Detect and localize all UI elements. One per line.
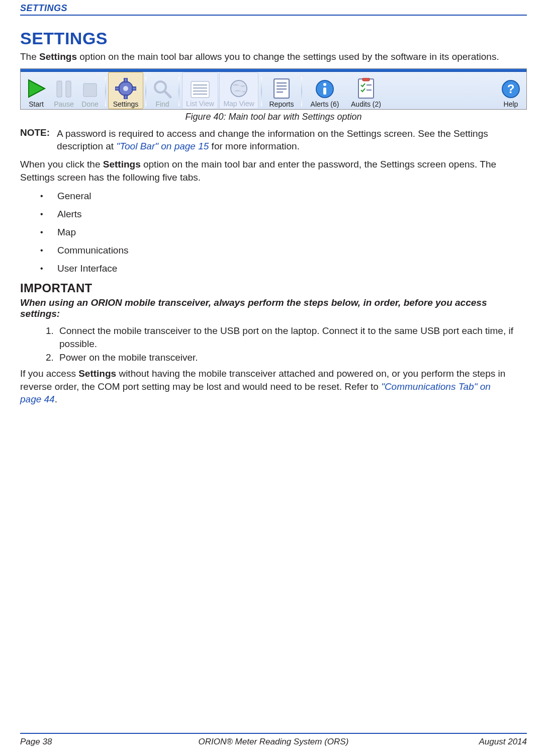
toolbar-separator (145, 77, 146, 106)
audits-button[interactable]: Audits (2) (345, 72, 387, 109)
list-icon (190, 80, 210, 99)
intro-paragraph: The Settings option on the main tool bar… (20, 50, 527, 63)
svg-rect-3 (83, 83, 97, 97)
list-item: Alerts (40, 209, 527, 220)
main-toolbar: Start Pause Done (21, 72, 526, 109)
svg-point-5 (123, 86, 128, 91)
svg-line-11 (164, 91, 170, 97)
help-button[interactable]: ? Help (496, 72, 525, 109)
play-icon (26, 78, 47, 99)
toolbar-page-link[interactable]: "Tool Bar" on page 15 (116, 141, 209, 151)
stop-icon (81, 81, 99, 99)
done-label: Done (81, 100, 98, 108)
svg-rect-1 (57, 81, 62, 97)
svg-point-24 (323, 83, 326, 86)
list-item: Power on the mobile transceiver. (56, 351, 527, 364)
svg-rect-7 (124, 95, 127, 99)
list-item: Map (40, 227, 527, 238)
toolbar-separator (105, 77, 106, 106)
intro-text-pre: The (20, 51, 39, 62)
map-view-label: Map View (223, 100, 254, 108)
after-note-bold: Settings (103, 159, 141, 170)
svg-rect-8 (115, 87, 119, 90)
footer-rule (20, 733, 527, 734)
alerts-label: Alerts (6) (311, 100, 339, 108)
toolbar-screenshot: Start Pause Done (20, 68, 527, 110)
tail-post: . (55, 394, 57, 404)
settings-button[interactable]: Settings (108, 72, 143, 109)
footer-page-number: Page 38 (20, 737, 189, 747)
svg-rect-12 (191, 81, 209, 98)
start-button[interactable]: Start (22, 72, 51, 109)
note-body: A password is required to access and cha… (57, 127, 527, 153)
find-label: Find (155, 100, 169, 108)
alerts-button[interactable]: Alerts (6) (304, 72, 345, 109)
settings-label: Settings (113, 100, 139, 108)
figure-caption: Figure 40: Main tool bar with Settings o… (20, 112, 527, 122)
find-button[interactable]: Find (148, 72, 176, 109)
intro-bold: Settings (39, 51, 77, 62)
list-view-tab[interactable]: List View (182, 72, 218, 109)
note-label: NOTE: (20, 127, 50, 153)
svg-rect-27 (362, 78, 370, 81)
running-header: SETTINGS (20, 0, 527, 14)
list-view-label: List View (186, 100, 214, 108)
steps-list: Connect the mobile transceiver to the US… (20, 324, 527, 364)
done-button[interactable]: Done (77, 72, 103, 109)
info-icon (315, 79, 335, 99)
page-footer: Page 38 ORION® Meter Reading System (ORS… (20, 733, 527, 747)
important-tail: If you access Settings without having th… (20, 367, 527, 406)
toolbar-separator (261, 77, 262, 106)
svg-text:?: ? (507, 82, 515, 96)
important-heading: IMPORTANT (20, 281, 527, 295)
after-note-pre: When you click the (20, 159, 103, 170)
list-item: Communications (40, 245, 527, 256)
note-text-post: for more information. (209, 141, 300, 151)
tail-bold: Settings (78, 368, 116, 379)
reports-label: Reports (269, 100, 294, 108)
important-lead: When using an ORION mobile transceiver, … (20, 297, 527, 319)
pause-label: Pause (54, 100, 74, 108)
pause-icon (55, 79, 73, 99)
help-label: Help (504, 100, 518, 108)
audits-label: Audits (2) (351, 100, 381, 108)
list-item: User Interface (40, 263, 527, 274)
intro-text-post: option on the main tool bar allows you t… (77, 51, 499, 62)
svg-rect-2 (66, 81, 71, 97)
svg-marker-0 (29, 80, 45, 97)
after-note-paragraph: When you click the Settings option on th… (20, 158, 527, 184)
checklist-icon (356, 78, 376, 99)
reports-button[interactable]: Reports (264, 72, 299, 109)
pause-button[interactable]: Pause (51, 72, 77, 109)
footer-date: August 2014 (358, 737, 527, 747)
svg-point-17 (231, 80, 247, 97)
report-icon (272, 78, 291, 99)
svg-rect-26 (358, 79, 374, 98)
toolbar-separator (178, 77, 179, 106)
list-item: Connect the mobile transceiver to the US… (56, 324, 527, 350)
gear-icon (115, 78, 136, 99)
globe-icon (229, 78, 249, 99)
search-icon (152, 79, 172, 99)
list-item: General (40, 191, 527, 202)
header-rule (20, 15, 527, 16)
footer-center-text: ORION® Meter Reading System (ORS) (189, 737, 358, 747)
toolbar-separator (301, 77, 302, 106)
svg-rect-25 (323, 88, 326, 95)
map-view-tab[interactable]: Map View (219, 72, 258, 109)
svg-rect-6 (124, 78, 127, 82)
page-title: SETTINGS (20, 29, 527, 48)
svg-rect-9 (132, 87, 136, 90)
tail-pre: If you access (20, 368, 78, 379)
tabs-list: General Alerts Map Communications User I… (20, 191, 527, 274)
start-label: Start (29, 100, 44, 108)
help-icon: ? (501, 79, 521, 99)
note-block: NOTE: A password is required to access a… (20, 127, 527, 153)
